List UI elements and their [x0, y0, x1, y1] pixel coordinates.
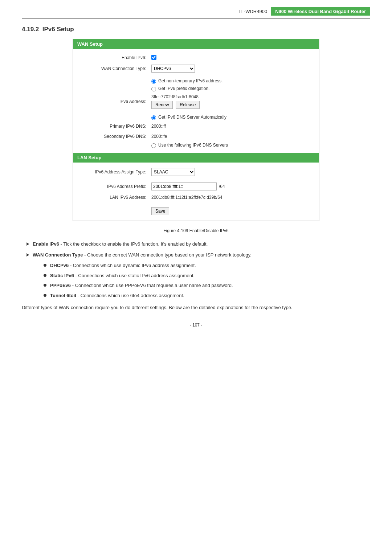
- prefix-row: IPv6 Address Prefix: /64: [73, 181, 319, 192]
- primary-dns-value: 2000::ff: [151, 124, 313, 129]
- primary-dns-label: Primary IPv6 DNS:: [79, 124, 151, 129]
- bullet-enable-ipv6-text: Enable IPv6 - Tick the checkbox to enabl…: [33, 241, 208, 248]
- model-label: TL-WDR4900: [238, 9, 267, 14]
- sub-bullet-pppoev6-text: PPPoEv6 - Connections which use PPPoEV6 …: [50, 282, 233, 289]
- page-number: - 107 -: [22, 323, 370, 328]
- secondary-dns-label: Secondary IPv6 DNS:: [79, 134, 151, 139]
- radio-prefix-delegation[interactable]: [151, 87, 156, 91]
- bullet-wan-type-label: WAN Connection Type: [33, 252, 83, 258]
- lan-ipv6-label: LAN IPv6 Address:: [79, 195, 151, 200]
- sub-bullet-static-text: Static IPv6 - Connections which use stat…: [50, 272, 195, 279]
- wan-setup-body: Enable IPv6: WAN Connection Type: DHCPv6…: [73, 49, 319, 153]
- sub-bullet-static: Static IPv6 - Connections which use stat…: [44, 272, 370, 279]
- bullet-dot-2: [44, 274, 46, 277]
- sub-bullets: DHCPv6 - Connections which use dynamic I…: [22, 262, 370, 299]
- sub-bullet-pppoev6: PPPoEv6 - Connections which use PPPoEV6 …: [44, 282, 370, 289]
- enable-ipv6-value: [151, 55, 313, 61]
- lan-ipv6-row: LAN IPv6 Address: 2001:db8:fff:1:12f1:a2…: [73, 192, 319, 202]
- wan-connection-type-label: WAN Connection Type:: [79, 66, 151, 71]
- radio-non-temporary[interactable]: [151, 79, 156, 84]
- sub-bullet-tunnel-text: Tunnel 6to4 - Connections which use 6to4…: [50, 292, 184, 299]
- secondary-dns-value: 2000::fe: [151, 134, 313, 139]
- assign-type-label: IPv6 Address Assign Type:: [79, 169, 151, 175]
- wan-connection-type-row: WAN Connection Type: DHCPv6: [73, 63, 319, 74]
- primary-dns-row: Primary IPv6 DNS: 2000::ff: [73, 121, 319, 131]
- page-header: TL-WDR4900 N900 Wireless Dual Band Gigab…: [22, 7, 370, 19]
- closing-text: Different types of WAN connection requir…: [22, 304, 370, 312]
- renew-button[interactable]: Renew: [151, 101, 173, 109]
- secondary-dns-row: Secondary IPv6 DNS: 2000::fe: [73, 131, 319, 141]
- radio-auto-dns-label: Get IPv6 DNS Server Automatically: [158, 115, 226, 120]
- section-title: 4.19.2 IPv6 Setup: [22, 26, 370, 33]
- prefix-suffix: /64: [219, 184, 225, 189]
- config-panel: WAN Setup Enable IPv6: WAN Connection Ty…: [73, 39, 319, 221]
- sub-bullet-dhcpv6-label: DHCPv6: [50, 263, 69, 268]
- enable-ipv6-label: Enable IPv6:: [79, 55, 151, 60]
- radio-auto-dns[interactable]: [151, 115, 156, 120]
- ipv6-address-row: IPv6 Address: 3ffe::7702:f8f:adb1:8048 R…: [73, 93, 319, 111]
- ipv6-address-value: 3ffe::7702:f8f:adb1:8048 Renew Release: [151, 94, 313, 109]
- sub-bullet-tunnel-desc: - Connections which use 6to4 address ass…: [76, 293, 184, 298]
- bullet-wan-type: ➤ WAN Connection Type - Choose the corre…: [22, 251, 370, 259]
- assign-type-select[interactable]: SLAAC: [151, 168, 195, 176]
- radio-manual-dns-label: Use the following IPv6 DNS Servers: [158, 143, 228, 148]
- bullet-wan-type-desc: - Choose the correct WAN connection type…: [83, 252, 251, 258]
- prefix-label: IPv6 Address Prefix:: [79, 184, 151, 189]
- enable-ipv6-row: Enable IPv6:: [73, 53, 319, 63]
- sub-bullet-static-label: Static IPv6: [50, 273, 74, 278]
- radio-manual-dns[interactable]: [151, 143, 156, 148]
- wan-setup-header: WAN Setup: [73, 39, 319, 49]
- prefix-input[interactable]: [151, 182, 217, 190]
- assign-type-row: IPv6 Address Assign Type: SLAAC: [73, 166, 319, 178]
- sub-bullet-dhcpv6: DHCPv6 - Connections which use dynamic I…: [44, 262, 370, 269]
- bullet-enable-ipv6-label: Enable IPv6: [33, 241, 59, 247]
- radio-non-temporary-label: Get non-temporary IPv6 address.: [158, 78, 222, 83]
- radio-prefix-delegation-row: Get IPv6 prefix delegation.: [73, 85, 319, 93]
- radio-auto-dns-row: Get IPv6 DNS Server Automatically: [73, 114, 319, 121]
- release-button[interactable]: Release: [176, 101, 200, 109]
- sub-bullet-dhcpv6-text: DHCPv6 - Connections which use dynamic I…: [50, 262, 196, 269]
- sub-bullet-dhcpv6-desc: - Connections which use dynamic IPv6 add…: [69, 263, 196, 268]
- radio-manual-dns-row: Use the following IPv6 DNS Servers: [73, 141, 319, 149]
- lan-ipv6-value: 2001:db8:fff:1:12f1:a2ff:fe7c:d39b/64: [151, 195, 313, 200]
- wan-connection-type-value: DHCPv6: [151, 65, 313, 73]
- wan-connection-type-select[interactable]: DHCPv6: [151, 65, 195, 73]
- renew-release-btn-row: Renew Release: [151, 101, 313, 109]
- prefix-value: /64: [151, 182, 313, 190]
- lan-setup-body: IPv6 Address Assign Type: SLAAC IPv6 Add…: [73, 163, 319, 221]
- bullet-enable-ipv6-desc: - Tick the checkbox to enable the IPv6 f…: [59, 241, 208, 247]
- bullet-section: ➤ Enable IPv6 - Tick the checkbox to ena…: [22, 241, 370, 299]
- bullet-dot-1: [44, 264, 46, 267]
- sub-bullet-tunnel-label: Tunnel 6to4: [50, 293, 76, 298]
- sub-bullet-static-desc: - Connections which use static IPv6 addr…: [74, 273, 195, 278]
- lan-setup-header: LAN Setup: [73, 153, 319, 163]
- assign-type-value: SLAAC: [151, 168, 313, 176]
- arrow-icon-1: ➤: [25, 241, 30, 247]
- bullet-dot-4: [44, 294, 46, 297]
- radio-prefix-delegation-label: Get IPv6 prefix delegation.: [158, 86, 209, 91]
- sub-bullet-pppoev6-desc: - Connections which use PPPoEV6 that req…: [71, 283, 233, 288]
- product-title: N900 Wireless Dual Band Gigabit Router: [271, 7, 370, 16]
- ipv6-address-label: IPv6 Address:: [79, 99, 151, 104]
- ipv6-address-text: 3ffe::7702:f8f:adb1:8048: [151, 94, 313, 99]
- bullet-dot-3: [44, 284, 46, 287]
- sub-bullet-pppoev6-label: PPPoEv6: [50, 283, 71, 288]
- bullet-enable-ipv6: ➤ Enable IPv6 - Tick the checkbox to ena…: [22, 241, 370, 248]
- save-row: Save: [73, 205, 319, 217]
- bullet-wan-type-text: WAN Connection Type - Choose the correct…: [33, 251, 252, 259]
- radio-non-temporary-row: Get non-temporary IPv6 address.: [73, 77, 319, 85]
- sub-bullet-tunnel: Tunnel 6to4 - Connections which use 6to4…: [44, 292, 370, 299]
- arrow-icon-2: ➤: [25, 252, 30, 258]
- enable-ipv6-checkbox[interactable]: [151, 55, 156, 60]
- save-button[interactable]: Save: [151, 207, 169, 215]
- figure-caption: Figure 4-109 Enable/Disable IPv6: [22, 228, 370, 233]
